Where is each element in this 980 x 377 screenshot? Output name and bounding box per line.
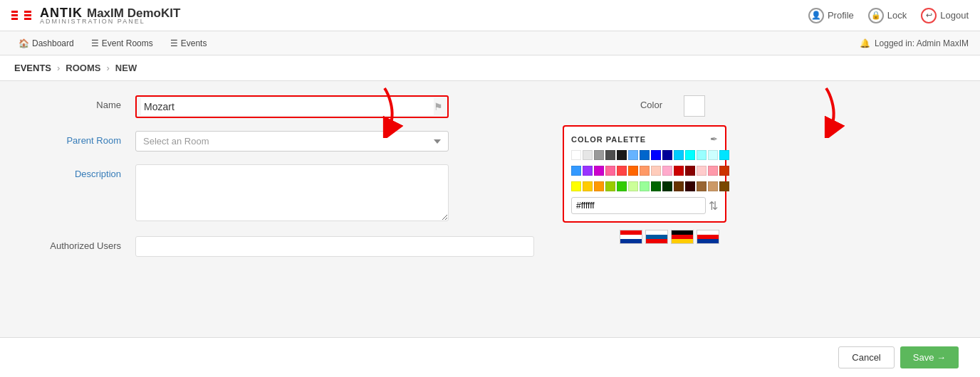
color-cell[interactable] [617,150,627,160]
color-cell[interactable] [674,166,684,176]
profile-label: Profile [828,10,854,21]
color-cell[interactable] [685,181,695,191]
nav-dashboard-label: Dashboard [32,38,74,48]
flag-icon: ⚑ [434,101,443,112]
color-cell[interactable] [583,181,593,191]
breadcrumb-events[interactable]: EVENTS [14,63,51,73]
color-cell[interactable] [662,166,672,176]
color-cell[interactable] [662,181,672,191]
color-cell[interactable] [674,150,684,160]
logout-icon: ↩ [921,8,937,23]
color-cell[interactable] [651,150,661,160]
color-cell[interactable] [697,166,707,176]
name-field-wrapper: ⚑ [135,95,449,118]
breadcrumb-sep-2: › [106,63,109,73]
color-picker-panel: COLOR PALETTE ✒ ⇅ [563,125,726,223]
header: ANTIK MaxIM DemoKIT ADMINISTRATION PANEL… [0,0,980,31]
color-cell[interactable] [719,150,729,160]
flag-sk[interactable] [645,230,668,244]
color-cell[interactable] [640,181,650,191]
color-swatch-preview[interactable] [684,95,705,117]
description-wrapper [135,164,449,223]
parent-room-row: Parent Room Select an Room [21,131,534,152]
nav-events-label: Events [181,38,207,48]
rooms-icon: ☰ [91,38,99,48]
color-cell[interactable] [571,150,581,160]
color-cell[interactable] [674,181,684,191]
flag-de[interactable] [671,230,694,244]
authorized-users-wrapper [135,236,534,257]
color-hex-row: ⇅ [571,197,718,214]
logo-text: ANTIK MaxIM DemoKIT ADMINISTRATION PANEL [40,6,180,25]
events-icon: ☰ [170,38,178,48]
color-cell[interactable] [594,181,604,191]
color-cell[interactable] [594,150,604,160]
color-cell[interactable] [685,150,695,160]
bell-icon: 🔔 [860,38,870,48]
name-label: Name [21,95,135,110]
color-cell[interactable] [662,150,672,160]
notification-area: 🔔 Logged in: Admin MaxIM [860,38,969,48]
breadcrumb-new: NEW [115,63,137,73]
nav-dashboard[interactable]: 🏠 Dashboard [11,36,81,51]
name-input[interactable] [141,98,434,115]
color-cell[interactable] [594,166,604,176]
header-right: 👤 Profile 🔒 Lock ↩ Logout [808,8,969,23]
cancel-button[interactable]: Cancel [838,346,894,368]
color-cell[interactable] [685,166,695,176]
bottom-bar: Cancel Save → [0,337,980,377]
color-cell[interactable] [697,181,707,191]
color-cell[interactable] [628,166,638,176]
lock-button[interactable]: 🔒 Lock [868,8,907,23]
stripe-2 [11,14,31,16]
color-cell[interactable] [628,181,638,191]
breadcrumb-sep-1: › [57,63,60,73]
color-cell[interactable] [708,181,718,191]
eyedropper-icon[interactable]: ✒ [710,134,718,144]
authorized-users-input[interactable] [135,236,534,257]
description-row: Description [21,164,534,223]
color-palette-title: COLOR PALETTE [571,135,646,144]
color-cell[interactable] [640,150,650,160]
form-container: Name ⚑ Parent Room Select an Room [21,95,959,270]
main-content: Name ⚑ Parent Room Select an Room [0,81,980,366]
color-cell[interactable] [583,166,593,176]
parent-room-label: Parent Room [21,131,135,146]
color-cell[interactable] [605,181,615,191]
lock-icon: 🔒 [868,8,884,23]
color-cell[interactable] [605,150,615,160]
color-cell[interactable] [617,166,627,176]
color-cell[interactable] [719,181,729,191]
flag-cz[interactable] [697,230,719,244]
color-grid [571,150,718,160]
name-field-box: ⚑ [135,95,449,118]
color-cell[interactable] [697,150,707,160]
color-cell[interactable] [708,150,718,160]
color-spinner-icon[interactable]: ⇅ [709,199,718,213]
nav-event-rooms[interactable]: ☰ Event Rooms [84,36,160,51]
flag-us[interactable] [620,230,642,244]
logout-button[interactable]: ↩ Logout [921,8,969,23]
nav-events[interactable]: ☰ Events [163,36,214,51]
logo-stripes [11,11,31,20]
color-cell[interactable] [719,166,729,176]
description-textarea[interactable] [135,164,449,221]
lock-label: Lock [887,10,907,21]
color-cell[interactable] [640,166,650,176]
color-cell[interactable] [617,181,627,191]
color-cell[interactable] [628,150,638,160]
color-hex-input[interactable] [571,197,706,214]
save-button[interactable]: Save → [900,346,959,368]
parent-room-select[interactable]: Select an Room [135,131,449,152]
color-cell[interactable] [571,166,581,176]
color-cell[interactable] [708,166,718,176]
profile-button[interactable]: 👤 Profile [808,8,854,23]
color-cell[interactable] [571,181,581,191]
color-cell[interactable] [583,150,593,160]
name-row: Name ⚑ [21,95,534,118]
parent-room-wrapper: Select an Room [135,131,449,152]
breadcrumb-rooms[interactable]: ROOMS [66,63,100,73]
color-cell[interactable] [651,166,661,176]
color-cell[interactable] [651,181,661,191]
color-cell[interactable] [605,166,615,176]
